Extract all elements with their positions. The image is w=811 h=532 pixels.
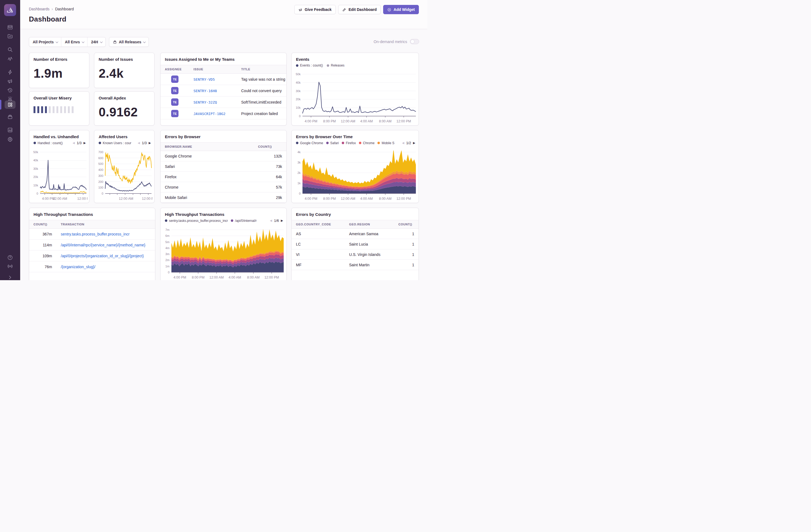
svg-text:30k: 30k [33,167,38,170]
project-filter[interactable]: All Projects [29,37,61,47]
svg-text:100: 100 [98,186,103,189]
sidebar-item-search[interactable] [7,47,13,52]
widget-high-throughput-chart: High Throughput Transactions sentry.task… [160,208,287,280]
country-region: Saint Martin [349,263,369,267]
misery-bar [37,106,39,113]
sidebar-item-projects[interactable] [7,33,13,39]
pencil-icon [342,7,346,12]
transaction-link[interactable]: /api/0/projects/{organization_id_or_slug… [61,254,143,258]
legend-item[interactable]: Firefox [342,141,356,145]
edit-dashboard-button[interactable]: Edit Dashboard [338,5,381,14]
legend-item[interactable]: /api/0/internal/r [231,219,257,223]
legend-item[interactable]: Safari [326,141,339,145]
column-header-browser-name[interactable]: BROWSER.NAME [160,142,254,151]
sidebar-item-settings[interactable] [7,136,13,142]
sidebar-item-whats-new[interactable] [7,263,13,269]
handled-chart[interactable]: 010k20k30k40k50k4:00 PM12:00 AM12:00 P [30,150,88,202]
page-indicator: 1/6 [274,218,279,223]
affected-users-chart[interactable]: 010020030040050060070012:00 AM12:00 P [95,150,153,202]
sidebar-item-metrics[interactable] [7,56,13,62]
give-feedback-button[interactable]: Give Feedback [294,5,336,14]
legend-item[interactable]: Handled : count() [33,141,63,145]
svg-text:200: 200 [98,180,103,183]
sidebar-item-replays[interactable] [7,87,13,93]
next-page-arrow[interactable]: ▶ [413,141,415,145]
transaction-link[interactable]: /api/0/internal/rpc/{service_name}/{meth… [61,243,146,247]
errors-over-time-chart[interactable]: 01k2k3k4k4:00 PM8:00 PM12:00 AM4:00 AM8:… [293,150,417,202]
misery-bar [72,106,74,113]
assignee-avatar[interactable]: TE [171,110,179,117]
transaction-count: 109m [43,254,52,258]
column-header-count[interactable]: COUNT() [254,142,287,151]
country-code: VI [296,253,300,257]
legend-dot [165,219,167,222]
legend-item[interactable]: Releases [327,63,345,67]
sentry-logo[interactable] [4,4,16,16]
events-chart[interactable]: 010k20k30k40k50k4:00 PM8:00 PM12:00 AM4:… [293,73,417,124]
prev-page-arrow[interactable]: ◀ [73,141,75,145]
time-range-filter[interactable]: 24H [87,37,105,47]
svg-text:30k: 30k [296,89,301,93]
assignee-avatar[interactable]: TE [171,76,179,83]
user-misery-gauge [29,100,89,113]
legend-item[interactable]: Chrome [359,141,375,145]
sidebar-item-feedback[interactable] [7,78,13,84]
next-page-arrow[interactable]: ▶ [149,141,151,145]
column-header-title[interactable]: Title [237,65,287,74]
widget-title: Number of Issues [94,53,154,62]
column-header-assignee[interactable]: Assignee [160,65,189,74]
legend-item[interactable]: Google Chrome [296,141,323,145]
legend-item[interactable]: Known Users : cour [99,141,131,145]
issue-link[interactable]: SENTRY-32ZQ [194,100,217,104]
issues-assigned-table: Assignee Issue Title TE SENTRY-VD5 Tag v… [160,65,287,119]
legend-item[interactable]: sentry.tasks.process_buffer.process_incr [165,219,228,223]
country-count: 1 [412,263,414,267]
legend-dot [33,142,36,144]
legend-item[interactable]: Mobile S [378,141,394,145]
svg-text:12:00 AM: 12:00 AM [119,197,133,201]
assignee-avatar[interactable]: TE [171,87,179,94]
sidebar-item-dashboards[interactable] [7,102,13,108]
sidebar-collapse-chevron[interactable] [7,274,13,280]
sidebar-item-performance[interactable] [7,69,13,75]
widget-overall-user-misery: Overall User Misery [29,91,89,126]
add-widget-button[interactable]: Add Widget [383,5,419,14]
prev-page-arrow[interactable]: ◀ [270,219,272,223]
legend-item[interactable]: Events : count() [296,63,323,67]
ondemand-metrics-toggle[interactable] [410,39,419,44]
widget-title: Errors by Country [292,208,418,217]
issue-link[interactable]: JAVASCRIPT-1BG2 [194,112,225,116]
column-header-count[interactable]: COUNT() [29,220,57,229]
column-header-region[interactable]: GEO.REGION [345,220,394,229]
svg-text:8:00 AM: 8:00 AM [247,275,260,279]
column-header-count[interactable]: COUNT() [394,220,418,229]
prev-page-arrow[interactable]: ◀ [138,141,140,145]
transaction-link[interactable]: /{organization_slug}/ [61,265,95,269]
sidebar-item-stats[interactable] [7,127,13,133]
issue-link[interactable]: SENTRY-VD5 [194,77,215,81]
column-header-issue[interactable]: Issue [189,65,237,74]
prev-page-arrow[interactable]: ◀ [402,141,404,145]
sidebar-item-issues[interactable] [7,24,13,30]
sidebar-item-releases[interactable] [7,114,13,120]
breadcrumb: Dashboards › Dashboard [29,7,74,11]
high-throughput-chart[interactable]: 01m2m3m4m5m6m7m4:00 PM8:00 PM12:00 AM4:0… [162,228,285,280]
svg-text:600: 600 [98,156,103,160]
issue-title: Project creation failed [241,111,278,116]
sidebar-item-help[interactable] [7,255,13,261]
misery-bar [68,106,70,113]
environment-filter[interactable]: All Envs [61,37,87,47]
transaction-link[interactable]: sentry.tasks.process_buffer.process_incr [61,232,129,236]
legend-dot [296,64,299,67]
assignee-avatar[interactable]: TE [171,98,179,106]
column-header-country-code[interactable]: GEO.COUNTRY_CODE [292,220,345,229]
browser-count: 132k [274,154,282,158]
chevron-down-icon [143,40,146,43]
issue-link[interactable]: SENTRY-16H8 [194,89,217,93]
breadcrumb-dashboards[interactable]: Dashboards [29,7,50,11]
next-page-arrow[interactable]: ▶ [84,141,86,145]
next-page-arrow[interactable]: ▶ [281,219,283,223]
column-header-transaction[interactable]: TRANSACTION [57,220,155,229]
release-filter[interactable]: All Releases [109,37,149,47]
breadcrumb-separator: › [52,7,53,11]
